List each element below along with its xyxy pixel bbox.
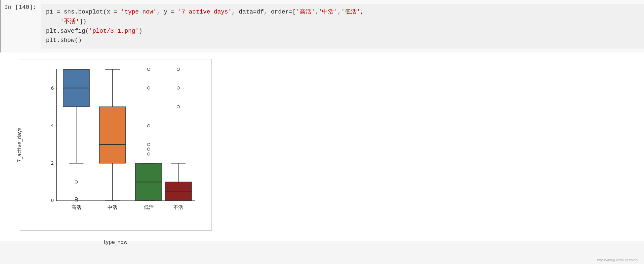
box-gao-huo: 高活	[63, 69, 90, 210]
y-tick-0: 0	[51, 198, 54, 203]
outlier	[147, 143, 150, 146]
code-cell: In [140]: p1 = sns.boxplot(x = 'type_now…	[0, 0, 644, 52]
outlier	[75, 181, 78, 183]
outlier	[147, 87, 150, 89]
code-text: plt.savefig(	[46, 28, 89, 34]
code-text: p1 = sns.boxplot(x =	[46, 9, 121, 15]
outlier	[177, 68, 180, 71]
box-zhong-huo: 中活	[99, 69, 126, 210]
outlier	[147, 153, 150, 155]
code-text: plt.show()	[46, 37, 82, 44]
box-zhong-huo-rect	[99, 107, 126, 163]
str-low: '低活'	[341, 9, 360, 15]
str-type-now: 'type_now'	[121, 9, 157, 15]
x-label-bu-huo: 不活	[173, 204, 183, 210]
y-axis-label: 7_active_days	[17, 127, 22, 162]
code-line-3: plt.savefig('plot/3-1.png')	[46, 26, 639, 36]
str-active-days: '7_active_days'	[178, 9, 232, 15]
cell-code[interactable]: p1 = sns.boxplot(x = 'type_now', y = '7_…	[41, 4, 644, 49]
code-indent	[46, 18, 60, 25]
box-di-huo: 低活	[136, 68, 162, 210]
x-label-zhong-huo: 中活	[107, 204, 117, 210]
y-tick-2: 2	[51, 160, 54, 166]
cell-label: In [140]:	[1, 4, 41, 11]
y-tick-6: 6	[51, 85, 54, 91]
outlier	[147, 124, 150, 127]
code-line-4: plt.show()	[46, 36, 639, 45]
code-text: )	[139, 28, 142, 34]
x-label-di-huo: 低活	[144, 204, 154, 210]
code-text: , data=df, order=[	[232, 9, 296, 15]
y-tick-4: 4	[51, 123, 54, 128]
code-text: ,	[360, 9, 364, 15]
code-line-2: '不活'])	[46, 17, 639, 26]
code-text: ,	[315, 9, 319, 15]
x-axis-label: type_now	[104, 239, 128, 245]
str-filepath: 'plot/3-1.png'	[89, 28, 139, 34]
chart-inner: 0 2 4 6	[43, 66, 201, 211]
code-text: ])	[79, 18, 87, 25]
str-inactive: '不活'	[60, 18, 79, 25]
outlier	[177, 87, 180, 89]
box-bu-huo: 不活	[165, 68, 191, 210]
boxplot-svg: 0 2 4 6	[43, 66, 201, 211]
output-area: 7_active_days 0 2 4 6	[0, 52, 644, 241]
outlier	[177, 106, 180, 108]
code-text: ,	[338, 9, 341, 15]
str-mid: '中活'	[319, 9, 338, 15]
outlier	[147, 148, 150, 150]
watermark: https://blog.csdn.net/blog...	[597, 258, 641, 262]
x-label-gao-huo: 高活	[71, 204, 81, 210]
code-line-1: p1 = sns.boxplot(x = 'type_now', y = '7_…	[46, 7, 639, 17]
str-high: '高活'	[296, 9, 315, 15]
outlier	[147, 68, 150, 71]
chart-container: 7_active_days 0 2 4 6	[20, 59, 212, 231]
code-text: , y =	[157, 9, 178, 15]
